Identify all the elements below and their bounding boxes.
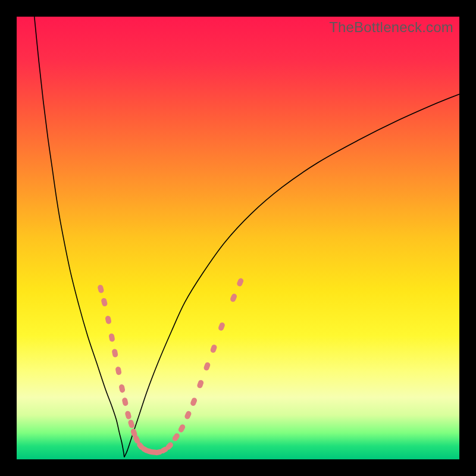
marker-bead xyxy=(171,432,180,442)
marker-bead xyxy=(184,410,192,419)
marker-bead xyxy=(105,315,112,325)
chart-container: TheBottleneck.com xyxy=(0,0,476,476)
marker-bead xyxy=(101,298,108,307)
curve-canvas xyxy=(17,17,459,459)
marker-bead xyxy=(236,277,245,287)
plot-area: TheBottleneck.com xyxy=(17,17,459,459)
marker-group xyxy=(97,277,244,456)
left-curve xyxy=(35,17,124,457)
marker-bead xyxy=(190,397,198,406)
right-curve xyxy=(124,94,459,457)
marker-bead xyxy=(177,424,186,434)
marker-bead xyxy=(196,379,204,389)
marker-bead xyxy=(108,333,115,342)
marker-bead xyxy=(127,419,135,428)
marker-bead xyxy=(115,366,122,375)
marker-bead xyxy=(97,284,104,294)
marker-bead xyxy=(111,349,118,358)
marker-bead xyxy=(203,362,211,371)
marker-bead xyxy=(218,322,226,331)
marker-bead xyxy=(118,384,126,393)
marker-bead xyxy=(124,411,131,420)
marker-bead xyxy=(209,344,217,353)
marker-bead xyxy=(230,293,238,302)
marker-bead xyxy=(121,397,129,406)
